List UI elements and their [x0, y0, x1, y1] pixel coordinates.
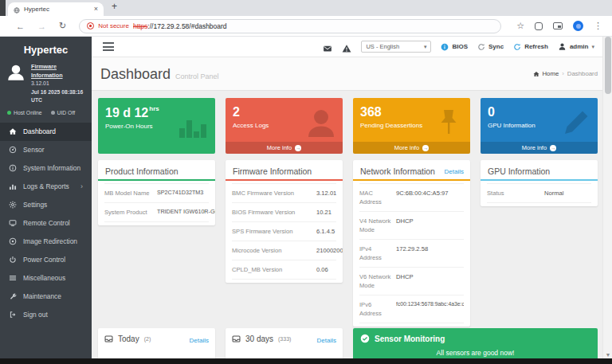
host-status-indicator[interactable]: Host Online: [7, 110, 42, 115]
table-row: StatusNormal: [487, 183, 591, 203]
table-row: BIOS Firmware Version10.21: [232, 203, 336, 222]
alerts-warning-icon[interactable]: [342, 42, 351, 52]
url-scheme: https: [133, 22, 147, 30]
address-bar[interactable]: Not secure https://172.29.2.58/#dashboar…: [79, 19, 501, 33]
inbox-icon: [232, 335, 241, 343]
sidebar-item-logs-reports[interactable]: Logs & Reports ›: [0, 178, 92, 196]
today-events-card: Today (2) Details: [98, 328, 215, 360]
sidebar-item-system-information[interactable]: System Information: [0, 159, 92, 178]
table-row: System ProductTRIDENT IGW610R-G6: [104, 203, 209, 222]
browser-tab[interactable]: Hypertec ×: [8, 2, 104, 16]
security-chip[interactable]: Not secure: [98, 22, 129, 29]
disc-icon: [9, 237, 17, 245]
sign-out-icon: [9, 311, 17, 319]
breadcrumb-separator: ›: [562, 70, 564, 77]
sidebar-item-sensor[interactable]: Sensor: [0, 141, 92, 159]
network-details-link[interactable]: Details: [445, 168, 464, 175]
home-icon: [533, 71, 539, 77]
table-row: MB Model NameSP2C741D32TM3: [104, 183, 209, 203]
sidebar-item-settings[interactable]: Settings: [0, 196, 92, 214]
bookmark-star-icon[interactable]: ☆: [516, 22, 524, 30]
sidebar-item-remote-control[interactable]: Remote Control: [0, 214, 92, 233]
sync-button[interactable]: Sync: [477, 43, 504, 51]
sensor-monitoring-panel: Sensor Monitoring All sensors are good n…: [353, 328, 598, 360]
sidebar-item-sign-out[interactable]: Sign out: [0, 306, 92, 324]
breadcrumb-home[interactable]: Home: [533, 70, 559, 77]
page-scrollbar[interactable]: ▼: [602, 37, 612, 364]
chart-icon: [9, 182, 17, 190]
back-icon[interactable]: ←: [16, 22, 25, 31]
sensor-monitoring-message: All sensors are good now!: [360, 349, 590, 357]
window-corner: [0, 0, 6, 16]
today-details-link[interactable]: Details: [190, 337, 209, 344]
stat-cards: 19 d 12hrs Power-On Hours 2 Access Logs …: [98, 98, 598, 154]
monitor-icon: [9, 219, 17, 227]
info-circle-icon: [441, 43, 449, 51]
menu-kebab-icon[interactable]: ⋮: [594, 22, 602, 30]
chevron-down-icon: ▾: [424, 44, 427, 50]
page-heading: DashboardControl Panel Home › Dashboard: [92, 57, 602, 91]
today-count: (2): [144, 336, 151, 342]
user-avatar-icon: [6, 62, 26, 83]
panel-title: Product Information: [105, 166, 178, 176]
home-icon: [9, 127, 17, 135]
dashboard-content: 19 d 12hrs Power-On Hours 2 Access Logs …: [92, 92, 602, 364]
inbox-icon: [104, 335, 113, 343]
notifications-mail-icon[interactable]: [323, 42, 332, 52]
breadcrumb: Home › Dashboard: [533, 70, 598, 77]
extensions-icon[interactable]: [535, 22, 543, 30]
thirty-days-details-link[interactable]: Details: [317, 337, 336, 344]
sidebar-item-image-redirection[interactable]: Image Redirection: [0, 233, 92, 251]
url-text[interactable]: https://172.29.2.58/#dashboard: [133, 22, 227, 30]
side-panel-icon[interactable]: [553, 22, 563, 29]
sidebar-item-dashboard[interactable]: Dashboard: [0, 123, 92, 141]
window-bottom-edge: [0, 358, 612, 364]
user-menu[interactable]: admin ▾: [558, 42, 594, 51]
firmware-version: 3.12.01: [31, 80, 49, 86]
tab-close-icon[interactable]: ×: [94, 6, 98, 13]
table-row: SPS Firmware Version6.1.4.5: [232, 222, 336, 241]
panel-title: Firmware Information: [233, 166, 312, 176]
table-row: Microcode Version21000200: [232, 241, 336, 260]
host-online-dot-icon: [7, 111, 11, 115]
product-information-panel: Product Information MB Model NameSP2C741…: [98, 160, 215, 225]
table-row: IPv4 Address172.29.2.58: [359, 240, 464, 268]
sidebar-item-maintenance[interactable]: Maintenance: [0, 288, 92, 306]
firmware-date: Jul 16 2025 08:38:16 UTC: [31, 89, 83, 104]
hamburger-menu-icon[interactable]: [103, 42, 114, 51]
sidebar-item-miscellaneous[interactable]: Miscellaneous: [0, 269, 92, 288]
scroll-down-arrow-icon[interactable]: ▼: [603, 352, 612, 358]
refresh-icon: [513, 43, 521, 51]
table-row: BMC Firmware Version3.12.01: [232, 183, 336, 203]
new-tab-button[interactable]: +: [112, 2, 117, 11]
thirty-days-events-card: 30 days (333) Details: [226, 328, 343, 360]
url-rest: ://172.29.2.58/#dashboard: [147, 22, 226, 30]
sidebar-item-power-control[interactable]: Power Control: [0, 251, 92, 269]
bios-button[interactable]: BIOS: [441, 43, 468, 51]
gauge-icon: [9, 146, 17, 154]
not-secure-icon: [87, 22, 94, 29]
today-label: Today: [118, 335, 139, 343]
more-info-link[interactable]: More info→: [226, 142, 343, 154]
pin-icon: [433, 107, 465, 139]
main-area: US - English ▾ BIOS Sync Refresh: [92, 37, 602, 364]
more-info-link[interactable]: More info→: [353, 142, 470, 154]
bar-chart-icon: [178, 111, 210, 143]
profile-avatar[interactable]: [573, 21, 583, 31]
reload-icon[interactable]: ↻: [59, 21, 66, 31]
more-info-link[interactable]: More info→: [481, 142, 598, 154]
language-select[interactable]: US - English ▾: [361, 41, 431, 53]
breadcrumb-current: Dashboard: [567, 70, 598, 77]
user-icon: [558, 42, 567, 51]
pencil-icon: [560, 107, 592, 139]
forward-icon[interactable]: →: [37, 22, 46, 31]
uid-off-dot-icon: [51, 111, 55, 115]
uid-status-indicator[interactable]: UID Off: [51, 110, 76, 115]
list-icon: [9, 274, 17, 282]
sidebar-menu: Dashboard Sensor System Information Logs…: [0, 123, 92, 324]
firmware-information-link[interactable]: Firmware Information: [31, 62, 86, 80]
info-icon: [9, 164, 17, 172]
refresh-button[interactable]: Refresh: [513, 43, 548, 51]
scrollbar-thumb[interactable]: [605, 37, 611, 94]
events-row: Today (2) Details 30 days (333) Details: [98, 328, 598, 360]
